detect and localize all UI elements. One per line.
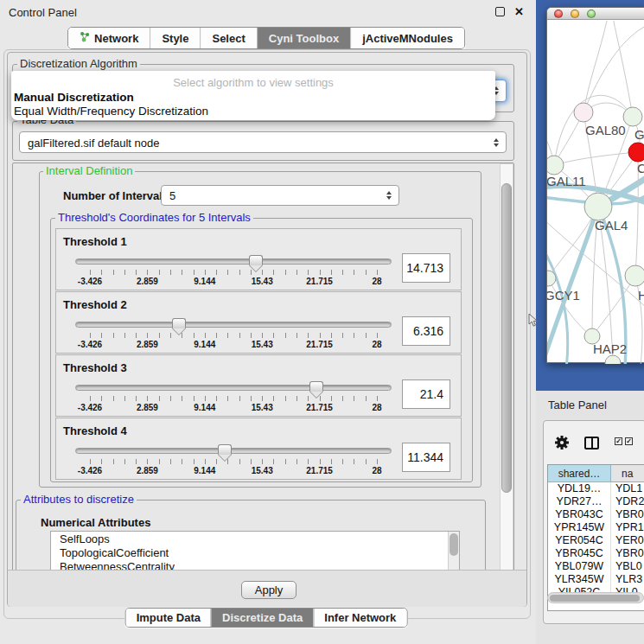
slider-tick-mark xyxy=(101,459,102,464)
table-horizontal-scrollbar[interactable] xyxy=(547,592,644,603)
slider-thumb[interactable] xyxy=(218,444,232,455)
slider-track[interactable] xyxy=(75,322,392,328)
network-node-label: C xyxy=(637,161,644,175)
slider-tick-mark xyxy=(285,459,286,464)
slider-tick-mark xyxy=(366,459,367,464)
slider-tick-mark xyxy=(90,270,91,275)
table-cell-shared-name: YBR043C xyxy=(548,508,611,521)
slider-tick-label: -3.426 xyxy=(78,277,102,286)
slider-tick-label: 9.144 xyxy=(194,340,215,349)
number-of-intervals-combobox[interactable]: 5 xyxy=(161,185,399,206)
popup-option-manual-discretization[interactable]: Manual Discretization xyxy=(14,91,134,104)
combo-stepper-icon xyxy=(386,191,392,200)
select-columns-icon[interactable]: ✓ xyxy=(625,437,633,445)
table-row[interactable]: YLR345WYLR3 xyxy=(548,573,644,586)
threshold-value-input[interactable]: 21.4 xyxy=(402,379,450,409)
threshold-slider[interactable]: -3.4262.8599.14415.4321.71528 xyxy=(75,444,392,479)
table-horizontal-scrollbar-thumb[interactable] xyxy=(550,595,640,602)
slider-tick-label: -3.426 xyxy=(78,466,102,475)
threshold-slider[interactable]: -3.4262.8599.14415.4321.71528 xyxy=(75,255,392,290)
slider-track[interactable] xyxy=(75,448,392,454)
slider-tick-label: 28 xyxy=(372,340,381,349)
threshold-value-input[interactable]: 14.713 xyxy=(402,253,450,283)
tab-jactivemnodules[interactable]: jActiveMNodules xyxy=(350,28,464,48)
table-row[interactable]: YBL079WYBL0 xyxy=(548,560,644,573)
tab-select[interactable]: Select xyxy=(200,28,256,48)
tab-label: Discretize Data xyxy=(222,611,303,624)
slider-thumb[interactable] xyxy=(249,255,263,265)
network-node-c[interactable] xyxy=(628,143,644,162)
network-node-h[interactable] xyxy=(625,265,644,286)
tab-discretize-data[interactable]: Discretize Data xyxy=(211,609,313,627)
main-scrollbar[interactable] xyxy=(500,163,513,571)
threshold-value-input[interactable]: 11.344 xyxy=(402,443,450,472)
slider-tick-mark xyxy=(90,333,91,338)
slider-tick-mark xyxy=(273,270,274,275)
minimize-light-icon[interactable] xyxy=(571,10,579,18)
list-item-selfloops[interactable]: SelfLoops xyxy=(51,532,459,545)
tab-network[interactable]: Network xyxy=(68,28,150,48)
zoom-light-icon[interactable] xyxy=(587,10,596,18)
table-row[interactable]: YER054CYER0 xyxy=(548,534,644,547)
table-data-combobox[interactable]: galFiltered.sif default node xyxy=(19,131,507,153)
slider-track[interactable] xyxy=(75,385,392,391)
table-cell-name: YER0 xyxy=(611,534,644,547)
slider-tick-mark xyxy=(308,270,309,275)
table-row[interactable]: YDL19…YDL1 xyxy=(548,482,644,495)
slider-tick-mark xyxy=(136,459,137,464)
list-scrollbar-thumb[interactable] xyxy=(450,533,458,556)
network-node-ga[interactable] xyxy=(623,107,642,126)
network-canvas[interactable]: GAL80GACGAL11GAL4GCY1HHAP2 xyxy=(547,21,644,364)
slider-tick-mark xyxy=(147,333,148,338)
network-node-gal80[interactable] xyxy=(574,103,593,122)
settings-gear-icon[interactable] xyxy=(554,435,570,450)
column-header-name[interactable]: na xyxy=(611,465,644,482)
slider-thumb[interactable] xyxy=(172,318,186,328)
slider-tick-label: 2.859 xyxy=(137,403,158,412)
slider-tick-label: 2.859 xyxy=(137,277,158,286)
table-row[interactable]: YPR145WYPR1 xyxy=(548,521,644,534)
slider-tick-mark xyxy=(170,396,171,401)
network-node-label: GAL11 xyxy=(547,174,586,188)
threshold-slider[interactable]: -3.4262.8599.14415.4321.71528 xyxy=(75,381,392,416)
table-row[interactable]: YDR27…YDR2 xyxy=(548,495,644,508)
table-row[interactable]: YBR043CYBR0 xyxy=(548,508,644,521)
column-header-shared-name[interactable]: shared… xyxy=(548,465,611,482)
slider-tick-mark xyxy=(205,396,206,401)
slider-tick-mark xyxy=(147,396,148,401)
table-cell-name: YDR2 xyxy=(611,495,644,508)
select-columns-icon[interactable]: ✓ xyxy=(615,437,622,445)
table-cell-shared-name: YDL19… xyxy=(548,482,611,495)
control-panel-title: Control Panel xyxy=(9,6,77,19)
threshold-value-input[interactable]: 6.316 xyxy=(402,316,450,346)
close-light-icon[interactable] xyxy=(554,10,563,18)
network-node-gal4[interactable] xyxy=(584,193,612,220)
tab-infer-network[interactable]: Infer Network xyxy=(313,609,406,627)
tab-style[interactable]: Style xyxy=(150,28,200,48)
close-icon[interactable]: ✕ xyxy=(514,5,524,18)
slider-tick-label: 9.144 xyxy=(194,466,215,475)
apply-button[interactable]: Apply xyxy=(241,581,296,599)
main-scrollbar-thumb[interactable] xyxy=(501,183,512,493)
tab-cyni-toolbox[interactable]: Cyni Toolbox xyxy=(257,28,350,48)
slider-tick-mark xyxy=(262,459,263,464)
network-node-gal11[interactable] xyxy=(547,156,564,175)
slider-tick-mark xyxy=(239,396,240,401)
list-item-topologicalcoefficient[interactable]: TopologicalCoefficient xyxy=(51,546,459,559)
split-columns-icon[interactable] xyxy=(584,437,599,450)
table-row[interactable]: YBR045CYBR0 xyxy=(548,547,644,560)
threshold-label: Threshold 2 xyxy=(63,298,127,311)
algorithm-group-label: Discretization Algorithm xyxy=(17,58,140,70)
threshold-slider[interactable]: -3.4262.8599.14415.4321.71528 xyxy=(75,318,392,353)
table-cell-name: YBR0 xyxy=(611,547,644,560)
table-cell-name: YDL1 xyxy=(611,482,642,495)
table-cell-name: YBR0 xyxy=(611,508,644,521)
slider-track[interactable] xyxy=(75,258,392,265)
slider-tick-label: -3.426 xyxy=(78,403,102,412)
float-window-icon[interactable] xyxy=(495,7,505,16)
slider-tick-mark xyxy=(296,459,297,464)
network-node[interactable] xyxy=(605,355,621,364)
tab-impute-data[interactable]: Impute Data xyxy=(126,609,211,627)
slider-thumb[interactable] xyxy=(309,381,323,392)
popup-option-equal-width-frequency[interactable]: Equal Width/Frequency Discretization xyxy=(14,105,208,118)
